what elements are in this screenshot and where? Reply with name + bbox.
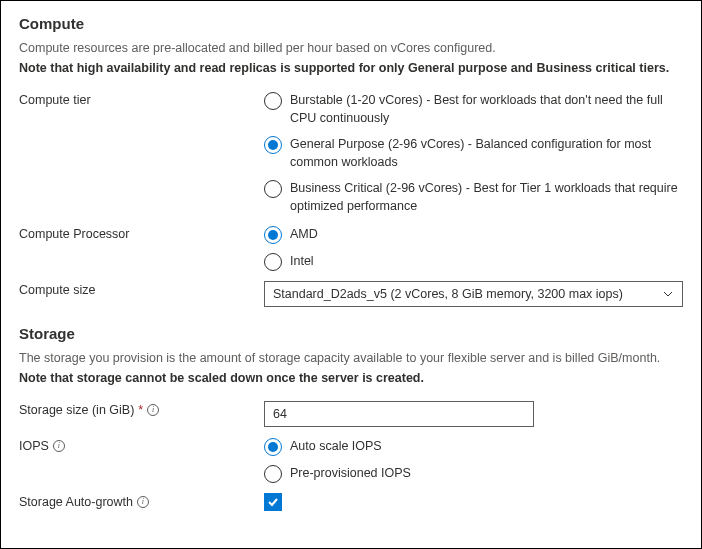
info-icon[interactable]: i: [137, 496, 149, 508]
info-icon[interactable]: i: [147, 404, 159, 416]
check-icon: [266, 495, 280, 509]
chevron-down-icon: [662, 288, 674, 300]
iops-auto-label: Auto scale IOPS: [290, 437, 382, 456]
compute-size-value: Standard_D2ads_v5 (2 vCores, 8 GiB memor…: [273, 287, 623, 301]
iops-pre-provisioned[interactable]: Pre-provisioned IOPS: [264, 464, 683, 483]
storage-note: Note that storage cannot be scaled down …: [19, 370, 683, 388]
compute-storage-panel: Compute Compute resources are pre-alloca…: [0, 0, 702, 549]
processor-amd-label: AMD: [290, 225, 318, 244]
radio-icon: [264, 438, 282, 456]
radio-icon: [264, 92, 282, 110]
storage-heading: Storage: [19, 325, 683, 342]
tier-general-label: General Purpose (2-96 vCores) - Balanced…: [290, 135, 683, 171]
compute-size-label: Compute size: [19, 281, 264, 297]
radio-icon: [264, 226, 282, 244]
radio-icon: [264, 136, 282, 154]
tier-burstable-label: Burstable (1-20 vCores) - Best for workl…: [290, 91, 683, 127]
tier-burstable[interactable]: Burstable (1-20 vCores) - Best for workl…: [264, 91, 683, 127]
iops-label: IOPS i: [19, 437, 264, 453]
compute-processor-label: Compute Processor: [19, 225, 264, 241]
iops-pre-label: Pre-provisioned IOPS: [290, 464, 411, 483]
radio-icon: [264, 253, 282, 271]
tier-business-critical[interactable]: Business Critical (2-96 vCores) - Best f…: [264, 179, 683, 215]
compute-heading: Compute: [19, 15, 683, 32]
storage-autogrowth-label: Storage Auto-growth i: [19, 493, 264, 509]
compute-tier-label: Compute tier: [19, 91, 264, 107]
storage-size-label: Storage size (in GiB) * i: [19, 401, 264, 417]
iops-auto-scale[interactable]: Auto scale IOPS: [264, 437, 683, 456]
tier-general-purpose[interactable]: General Purpose (2-96 vCores) - Balanced…: [264, 135, 683, 171]
processor-amd[interactable]: AMD: [264, 225, 683, 244]
processor-intel-label: Intel: [290, 252, 314, 271]
info-icon[interactable]: i: [53, 440, 65, 452]
compute-size-select[interactable]: Standard_D2ads_v5 (2 vCores, 8 GiB memor…: [264, 281, 683, 307]
tier-business-label: Business Critical (2-96 vCores) - Best f…: [290, 179, 683, 215]
compute-description: Compute resources are pre-allocated and …: [19, 40, 683, 58]
radio-icon: [264, 465, 282, 483]
storage-autogrowth-checkbox[interactable]: [264, 493, 282, 511]
radio-icon: [264, 180, 282, 198]
processor-intel[interactable]: Intel: [264, 252, 683, 271]
storage-description: The storage you provision is the amount …: [19, 350, 683, 368]
compute-note: Note that high availability and read rep…: [19, 60, 683, 78]
required-asterisk: *: [138, 403, 143, 417]
storage-size-input[interactable]: [264, 401, 534, 427]
